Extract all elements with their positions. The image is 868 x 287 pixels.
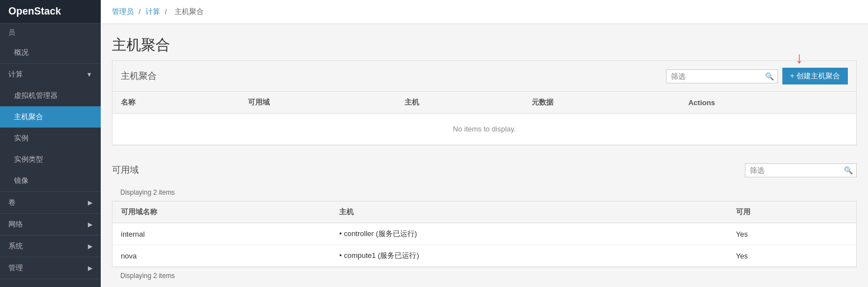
avail-zone-row: nova• compute1 (服务已运行)Yes — [112, 245, 856, 267]
availability-zone-search-box: 🔍 — [745, 163, 857, 177]
chevron-right-icon3: ▶ — [88, 243, 92, 250]
page-title: 主机聚合 — [112, 35, 857, 55]
sidebar: OpenStack 员 概况 计算 ▼ 虚拟机管理器 主机聚合 实例 实例类型 … — [0, 0, 101, 287]
availability-zone-section-title: 可用域 — [112, 164, 139, 176]
col-name: 名称 — [112, 92, 240, 114]
create-host-aggregate-button[interactable]: + 创建主机聚合 — [782, 68, 848, 84]
col-avail-zone-hosts: 主机 — [331, 201, 728, 223]
host-aggregate-table-header-row: 名称 可用域 主机 元数据 Actions — [112, 92, 856, 114]
sidebar-item-admin-label: 管理 — [8, 263, 23, 273]
avail-zone-row: internal• controller (服务已运行)Yes — [112, 223, 856, 245]
sidebar-top-label: 员 — [0, 23, 101, 42]
sidebar-item-instances-label: 实例 — [14, 133, 29, 143]
breadcrumb: 管理员 / 计算 / 主机聚合 — [101, 0, 868, 24]
sidebar-item-instance-types-label: 实例类型 — [14, 154, 43, 164]
sidebar-item-system[interactable]: 系统 ▶ — [0, 236, 101, 257]
col-avail-zone-name: 可用域名称 — [112, 201, 331, 223]
sidebar-item-host-aggregate-label: 主机聚合 — [14, 112, 43, 122]
sidebar-item-system-label: 系统 — [8, 241, 23, 251]
sidebar-item-overview[interactable]: 概况 — [0, 42, 101, 63]
host-aggregate-section: 主机聚合 ↑ 🔍 + 创建主机聚合 名称 可用域 主机 元数据 Actions — [112, 60, 857, 145]
avail-zone-header-row: 可用域名称 主机 可用 — [112, 201, 856, 223]
sidebar-item-volumes-label: 卷 — [8, 197, 16, 208]
table-row-empty: No items to display. — [112, 114, 856, 145]
host-aggregate-controls: ↑ 🔍 + 创建主机聚合 — [666, 68, 848, 84]
sidebar-item-virt-manager-label: 虚拟机管理器 — [14, 91, 58, 101]
chevron-right-icon4: ▶ — [88, 265, 92, 272]
breadcrumb-sep1: / — [139, 7, 141, 16]
search-icon2: 🔍 — [844, 166, 853, 175]
col-actions: Actions — [680, 92, 856, 114]
sidebar-item-admin[interactable]: 管理 ▶ — [0, 257, 101, 279]
avail-zone-row-hosts: • controller (服务已运行) — [331, 223, 728, 245]
host-aggregate-search-box: 🔍 — [666, 69, 778, 83]
sidebar-item-network[interactable]: 网络 ▶ — [0, 214, 101, 235]
breadcrumb-sep2: / — [165, 7, 167, 16]
host-aggregate-search-input[interactable] — [671, 72, 765, 81]
col-hosts: 主机 — [396, 92, 523, 114]
search-icon: 🔍 — [765, 72, 774, 81]
host-aggregate-table: 名称 可用域 主机 元数据 Actions No items to displa… — [112, 92, 856, 145]
sidebar-item-compute[interactable]: 计算 ▼ — [0, 64, 101, 85]
col-avail-zone-available: 可用 — [728, 201, 856, 223]
avail-zone-row-hosts: • compute1 (服务已运行) — [331, 245, 728, 267]
chevron-right-icon: ▶ — [88, 199, 92, 206]
breadcrumb-admin[interactable]: 管理员 — [112, 7, 134, 16]
sidebar-item-images-label: 镜像 — [14, 176, 29, 186]
main-content: 管理员 / 计算 / 主机聚合 主机聚合 主机聚合 ↑ 🔍 + 创建主机聚合 名… — [101, 0, 868, 287]
host-aggregate-section-title: 主机聚合 — [121, 70, 157, 82]
sidebar-item-volumes[interactable]: 卷 ▶ — [0, 192, 101, 213]
availability-zone-section-header: 可用域 🔍 — [112, 157, 857, 184]
sidebar-item-network-label: 网络 — [8, 219, 23, 229]
page-header: 主机聚合 — [101, 24, 868, 60]
sidebar-item-images[interactable]: 镜像 — [0, 170, 101, 191]
avail-zone-row-name: internal — [112, 223, 331, 245]
availability-zone-section: 可用域 🔍 Displaying 2 items 可用域名称 主机 可用 int… — [112, 157, 857, 284]
sidebar-item-host-aggregate[interactable]: 主机聚合 — [0, 106, 101, 128]
avail-zone-row-available: Yes — [728, 245, 856, 267]
chevron-down-icon: ▼ — [86, 71, 92, 78]
col-avail-zone: 可用域 — [240, 92, 396, 114]
host-aggregate-section-header: 主机聚合 ↑ 🔍 + 创建主机聚合 — [112, 61, 856, 92]
breadcrumb-current: 主机聚合 — [175, 7, 204, 16]
sidebar-item-virt-manager[interactable]: 虚拟机管理器 — [0, 85, 101, 106]
no-items-text: No items to display. — [112, 114, 856, 145]
sidebar-item-overview-label: 概况 — [14, 48, 29, 58]
avail-zone-row-name: nova — [112, 245, 331, 267]
sidebar-item-instances[interactable]: 实例 — [0, 128, 101, 149]
chevron-right-icon2: ▶ — [88, 221, 92, 228]
col-metadata: 元数据 — [523, 92, 680, 114]
displaying-count-bottom: Displaying 2 items — [112, 267, 857, 284]
availability-zone-search-input[interactable] — [750, 166, 844, 175]
sidebar-item-instance-types[interactable]: 实例类型 — [0, 149, 101, 170]
avail-zone-row-available: Yes — [728, 223, 856, 245]
displaying-count-top: Displaying 2 items — [112, 184, 857, 201]
avail-zone-table: 可用域名称 主机 可用 internal• controller (服务已运行)… — [112, 201, 856, 267]
breadcrumb-compute[interactable]: 计算 — [146, 7, 160, 16]
app-logo: OpenStack — [0, 0, 101, 23]
avail-table-container: 可用域名称 主机 可用 internal• controller (服务已运行)… — [112, 201, 857, 267]
sidebar-item-compute-label: 计算 — [8, 69, 23, 79]
